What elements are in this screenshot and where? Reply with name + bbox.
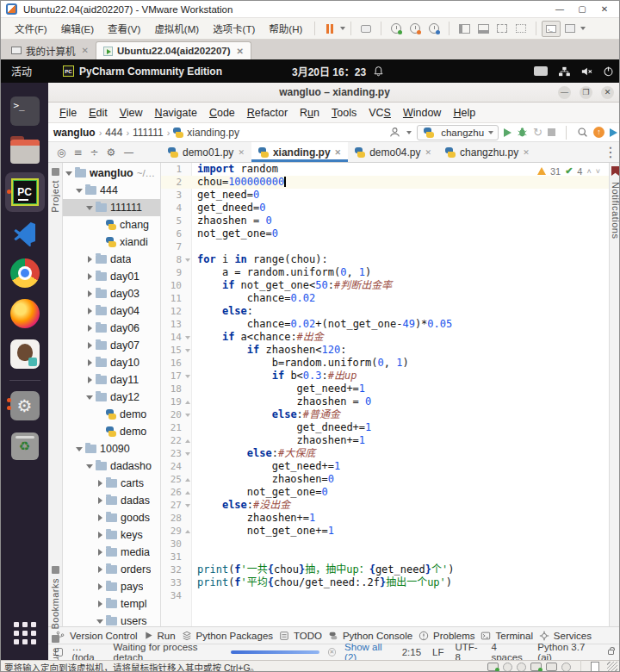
search-everywhere-button[interactable]: [577, 127, 588, 138]
menu-item[interactable]: Refactor: [241, 107, 294, 119]
tree-item-carts[interactable]: carts: [63, 475, 160, 492]
fullscreen-button[interactable]: [561, 21, 580, 37]
tree-chevron-icon[interactable]: [75, 189, 84, 193]
tree-item-dadasho[interactable]: dadasho: [63, 457, 160, 475]
fold-marker-icon[interactable]: [183, 408, 192, 421]
tab-close-icon[interactable]: ✕: [238, 148, 245, 157]
code-line[interactable]: 10 if not_get_one<50:#判断出金率: [161, 279, 609, 292]
code-line[interactable]: 24 get_need+=1: [161, 460, 609, 473]
vmware-close-button[interactable]: ✕: [593, 3, 616, 16]
tree-item-chang[interactable]: chang: [63, 216, 160, 233]
tree-chevron-icon[interactable]: [85, 290, 94, 297]
tree-chevron-icon[interactable]: [85, 308, 94, 314]
resize-grip[interactable]: [607, 662, 617, 672]
structure-tool-icon[interactable]: [52, 635, 59, 643]
tool-window-button-run[interactable]: Run: [144, 631, 176, 641]
tool-window-button-terminal[interactable]: Terminal: [480, 631, 532, 641]
snapshot-take-button[interactable]: [387, 21, 406, 37]
status-widget[interactable]: LF: [432, 647, 443, 657]
compact-view-icon[interactable]: ÷: [90, 146, 99, 159]
menu-item[interactable]: File: [53, 107, 83, 119]
code-line[interactable]: 23 else:#大保底: [161, 447, 609, 460]
code-line[interactable]: 19 zhaoshen = 0: [161, 395, 609, 408]
code-line[interactable]: 22 zhaoshen+=1: [161, 434, 609, 447]
pause-dropdown-icon[interactable]: [340, 27, 345, 30]
cd-device-icon[interactable]: [503, 663, 512, 672]
user-dropdown-icon[interactable]: [406, 131, 412, 134]
tree-chevron-icon[interactable]: [85, 359, 94, 366]
editor-tab[interactable]: changzhu.py✕: [438, 142, 536, 162]
tab-close-icon[interactable]: ✕: [523, 148, 530, 157]
tree-item-444[interactable]: 444: [63, 182, 160, 199]
show-thumbnail-bar-button[interactable]: [474, 21, 493, 37]
vmware-tab[interactable]: 我的计算机✕: [4, 41, 96, 59]
tree-item-xiandi[interactable]: xiandi: [63, 233, 160, 251]
collapse-all-icon[interactable]: ≡: [73, 146, 82, 159]
inspections-widget[interactable]: 31 ✔ 4 ˄ ˅: [537, 165, 600, 177]
tool-window-button-python-packages[interactable]: Python Packages: [182, 631, 274, 641]
stop-button[interactable]: [548, 128, 555, 136]
run-configuration-select[interactable]: changzhu: [417, 125, 499, 140]
code-line[interactable]: 6not_get_one=0: [161, 227, 609, 240]
send-ctrl-alt-del-button[interactable]: [356, 21, 375, 37]
tree-item-pays[interactable]: pays: [63, 578, 160, 595]
code-line[interactable]: 8for i in range(chou):: [161, 253, 609, 266]
vmware-tab[interactable]: Ubuntu22.04(aid202207)✕: [96, 41, 251, 59]
fold-marker-icon[interactable]: [183, 447, 192, 460]
unity-mode-button[interactable]: [512, 21, 530, 37]
menu-item[interactable]: VCS: [363, 107, 397, 119]
code-line[interactable]: 21 get_dneed+=1: [161, 421, 609, 434]
code-line[interactable]: 11 chance=0.02: [161, 292, 609, 305]
prev-problem-icon[interactable]: ˄: [586, 167, 591, 176]
vmware-menu-item[interactable]: 帮助(H): [262, 22, 309, 35]
tree-chevron-icon[interactable]: [96, 600, 104, 607]
code-line[interactable]: 13 chance=0.02+(not_get_one-49)*0.05: [161, 318, 609, 331]
menu-item[interactable]: Window: [397, 107, 447, 119]
tree-item-day12[interactable]: day12: [63, 389, 160, 406]
code-line[interactable]: 31: [161, 551, 609, 563]
window-minimize-button[interactable]: —: [558, 86, 571, 99]
tree-chevron-icon[interactable]: [85, 256, 94, 263]
code-line[interactable]: 9 a = random.uniform(0, 1): [161, 266, 609, 279]
breadcrumb[interactable]: 444: [105, 127, 122, 139]
network-adapter-device-icon[interactable]: [530, 663, 542, 671]
code-line[interactable]: 12 else:: [161, 305, 609, 318]
dock-vscode[interactable]: [5, 213, 45, 252]
tree-chevron-icon[interactable]: [85, 464, 94, 469]
menu-item[interactable]: Tools: [326, 107, 363, 119]
editor-tab[interactable]: demo04.py✕: [348, 142, 438, 162]
fold-marker-icon[interactable]: [183, 370, 192, 383]
tree-chevron-icon[interactable]: [96, 566, 104, 573]
lock-icon[interactable]: [608, 650, 614, 655]
tree-chevron-icon[interactable]: [96, 480, 104, 487]
vmware-menu-item[interactable]: 文件(F): [8, 22, 54, 35]
code-line[interactable]: 5zhaoshen = 0: [161, 215, 609, 227]
fold-marker-icon[interactable]: [183, 473, 192, 486]
tree-item-day01[interactable]: day01: [63, 268, 160, 285]
tree-chevron-icon[interactable]: [75, 447, 84, 451]
code-line[interactable]: 7: [161, 240, 609, 253]
pause-vm-button[interactable]: [320, 21, 339, 37]
vmware-menu-item[interactable]: 选项卡(T): [206, 22, 262, 35]
tree-item-day10[interactable]: day10: [63, 354, 160, 371]
show-library-button[interactable]: [455, 21, 474, 37]
update-available-icon[interactable]: ↑: [593, 127, 604, 138]
focused-app-indicator[interactable]: PC PyCharm Community Edition: [63, 65, 222, 78]
code-line[interactable]: 2chou=100000000: [161, 176, 609, 189]
tree-chevron-icon[interactable]: [96, 514, 104, 521]
window-close-button[interactable]: ✕: [601, 86, 614, 99]
fold-marker-icon[interactable]: [183, 395, 192, 408]
code-line[interactable]: 18 get_need+=1: [161, 383, 609, 395]
code-line[interactable]: 32print(f'一共{chou}抽，抽中up：{get_need}个'): [161, 563, 609, 576]
tree-item-goods[interactable]: goods: [63, 509, 160, 526]
tree-chevron-icon[interactable]: [96, 619, 104, 624]
tree-chevron-icon[interactable]: [85, 273, 94, 280]
menu-item[interactable]: Navigate: [149, 107, 203, 119]
window-maximize-button[interactable]: ❐: [580, 86, 592, 99]
tree-item-orders[interactable]: orders: [63, 561, 160, 578]
tree-item-day06[interactable]: day06: [63, 320, 160, 337]
bookmarks-tool-label[interactable]: Bookmarks: [50, 578, 60, 630]
tree-item-keys[interactable]: keys: [63, 526, 160, 544]
dock-chrome[interactable]: [5, 253, 45, 293]
tree-item-day11[interactable]: day11: [63, 371, 160, 389]
